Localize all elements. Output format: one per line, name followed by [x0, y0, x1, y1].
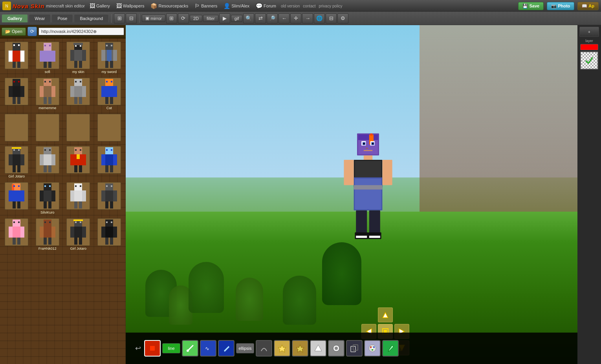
svg-point-218	[372, 349, 373, 351]
rotate-btn[interactable]: ⟳	[178, 13, 189, 24]
nav-old-version[interactable]: old version	[281, 4, 300, 8]
mirror-btn[interactable]: ▣ mirror	[142, 15, 165, 22]
stamp2-tool-btn[interactable]	[292, 340, 308, 357]
svg-rect-136	[9, 227, 13, 238]
svg-rect-67	[12, 147, 21, 149]
add-layer-button[interactable]: +	[579, 27, 599, 37]
red-color-strip[interactable]	[580, 44, 598, 50]
list-item[interactable]	[63, 76, 93, 112]
svg-marker-209	[278, 345, 286, 352]
list-item[interactable]	[2, 76, 32, 112]
list-item[interactable]: my sword	[94, 40, 125, 75]
tab-background[interactable]: Background	[74, 14, 109, 22]
arrow-left-btn[interactable]: ←	[279, 13, 290, 24]
nav-contact[interactable]: contact	[303, 4, 315, 8]
snap-btn[interactable]: ⊞	[166, 13, 177, 24]
list-item[interactable]: SilviKuro	[33, 181, 63, 216]
dropper-tool-btn[interactable]	[328, 340, 344, 357]
magic-tool-btn[interactable]	[256, 340, 272, 357]
list-item[interactable]: FraHNk012	[33, 217, 63, 252]
nav-wallpapers[interactable]: 🖼 Wallpapers	[115, 2, 146, 10]
panorama-btn[interactable]: ⊟	[326, 13, 337, 24]
filter-btn[interactable]: filter	[203, 15, 218, 22]
ellipse-tool-btn[interactable]: ellipsis	[236, 343, 254, 353]
fill-tool-btn[interactable]	[310, 340, 326, 357]
save-button[interactable]: 💾 Save	[518, 2, 544, 10]
zoom-globe-btn[interactable]: 🌐	[314, 13, 325, 24]
palette-tool-btn[interactable]	[364, 340, 381, 357]
nav-privacy[interactable]: privacy policy	[319, 4, 342, 8]
list-item[interactable]: mememme	[33, 76, 63, 112]
list-item[interactable]	[63, 181, 93, 216]
svg-rect-33	[110, 61, 113, 68]
transparent-swatch[interactable]	[580, 51, 598, 70]
play-btn[interactable]: ▶	[219, 13, 230, 24]
list-item[interactable]	[2, 40, 32, 75]
tree-5	[283, 276, 316, 325]
url-input[interactable]	[38, 27, 124, 35]
tab-pose[interactable]: Pose	[51, 14, 73, 22]
copy-tool-btn[interactable]	[346, 340, 363, 357]
svg-rect-131	[105, 201, 108, 209]
nav-slimalex[interactable]: 👤 Slim/Alex	[222, 2, 251, 10]
ap-button[interactable]: 📖 Ap	[577, 2, 599, 10]
swap-btn[interactable]: ⇄	[255, 13, 266, 24]
list-item[interactable]	[2, 217, 32, 252]
move-up[interactable]	[378, 307, 393, 322]
list-item[interactable]	[33, 145, 63, 180]
skin-avatar	[5, 114, 28, 141]
list-item[interactable]	[2, 181, 32, 216]
skin-avatar	[36, 146, 59, 174]
list-item[interactable]	[63, 112, 93, 144]
viewport[interactable]: ↩ line ∿ ellipsis	[126, 25, 577, 364]
list-item[interactable]: Cat	[94, 76, 125, 112]
gif-btn[interactable]: gif	[231, 15, 243, 22]
2d-btn[interactable]: 2D	[190, 15, 202, 22]
svg-rect-188	[369, 210, 380, 235]
arrow-right-btn[interactable]: →	[302, 13, 313, 24]
list-item[interactable]	[94, 112, 125, 144]
search-btn[interactable]: 🔍	[243, 13, 254, 24]
nav-banners[interactable]: 🏳 Banners	[193, 2, 219, 10]
grid-single-btn[interactable]: ⊞	[114, 13, 125, 24]
svg-rect-56	[74, 97, 77, 104]
svg-rect-179	[364, 155, 372, 159]
pencil-tool-btn[interactable]	[144, 340, 161, 357]
nav-forum[interactable]: 💬 Forum	[254, 2, 278, 10]
list-item[interactable]	[33, 112, 63, 144]
list-item[interactable]	[94, 145, 125, 180]
list-item[interactable]: Girl Jotaro	[63, 217, 93, 252]
forum-icon: 💬	[256, 3, 262, 9]
line-tool-btn[interactable]: line	[162, 343, 180, 353]
undo-button[interactable]: ↩	[134, 342, 143, 354]
stamp-tool-btn[interactable]	[274, 340, 290, 357]
tab-wear[interactable]: Wear	[29, 14, 51, 22]
svg-rect-151	[75, 221, 77, 223]
curve-tool-btn[interactable]: ∿	[200, 340, 216, 357]
list-item[interactable]: Girl Jotaro	[2, 145, 32, 180]
svg-rect-82	[48, 165, 51, 172]
pen-tool-btn[interactable]	[218, 340, 235, 357]
skin-avatar	[5, 218, 28, 246]
refresh-button[interactable]: ⟳	[27, 27, 37, 36]
move-btn[interactable]: ✛	[290, 13, 301, 24]
tab-gallery[interactable]: Gallery	[2, 14, 28, 22]
list-item[interactable]	[63, 145, 93, 180]
list-item[interactable]	[94, 217, 125, 252]
svg-rect-11	[40, 51, 44, 62]
list-item[interactable]	[94, 181, 125, 216]
photo-button[interactable]: 📷 Photo	[547, 2, 574, 10]
svg-rect-12	[44, 51, 51, 62]
settings-btn[interactable]: ⚙	[337, 13, 348, 24]
grid-quad-btn[interactable]: ⊟	[126, 13, 137, 24]
open-button[interactable]: 📂 Open	[2, 27, 26, 36]
ink-tool-btn[interactable]	[382, 340, 399, 357]
list-item[interactable]: my skin	[63, 40, 93, 75]
list-item[interactable]: sofi	[33, 40, 63, 75]
list-item[interactable]	[2, 112, 32, 144]
skin-name: Girl Jotaro	[70, 247, 86, 251]
nav-resourcepacks[interactable]: 📦 Resourcepacks	[149, 2, 190, 10]
nav-gallery[interactable]: 🖼 Gallery	[88, 2, 112, 10]
brush-tool-btn[interactable]	[182, 340, 198, 357]
zoom-btn[interactable]: 🔎	[267, 13, 278, 24]
